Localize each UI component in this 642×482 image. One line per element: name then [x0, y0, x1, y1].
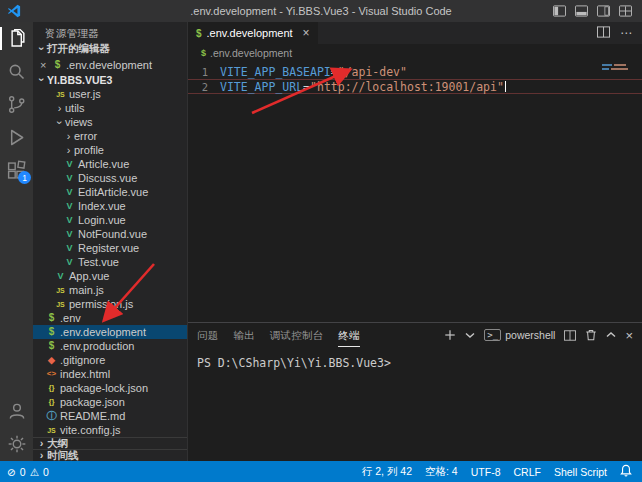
error-count: 0 [20, 466, 26, 478]
panel-tab-bar: 问题输出调试控制台终端 >_ powershell × [188, 323, 642, 347]
file-README.md[interactable]: ⓘREADME.md [33, 409, 187, 423]
file-App.vue[interactable]: VApp.vue [33, 269, 187, 283]
js-file-icon: JS [54, 287, 67, 294]
tab-env-development[interactable]: $ .env.development × [188, 22, 318, 44]
file-label: utils [65, 102, 85, 114]
panel-tab-terminal[interactable]: 终端 [338, 324, 359, 347]
close-icon[interactable]: × [303, 26, 310, 40]
code-line-2[interactable]: 2VITE_APP_URL="http://localhost:19001/ap… [188, 79, 642, 94]
code-editor[interactable]: 1VITE_APP_BASEAPI="/api-dev"2VITE_APP_UR… [188, 62, 642, 94]
folder-profile[interactable]: ›profile [33, 143, 187, 157]
html-file-icon: <> [45, 370, 58, 378]
open-editor-item[interactable]: × $ .env.development [33, 57, 187, 72]
file-label: .env.production [60, 340, 134, 352]
json-file-icon: {} [45, 398, 58, 406]
panel-tab-debug-console[interactable]: 调试控制台 [270, 324, 324, 347]
breadcrumb[interactable]: $ .env.development [188, 44, 642, 62]
file-package.json[interactable]: {}package.json [33, 395, 187, 409]
indentation-status[interactable]: 空格: 4 [425, 465, 458, 479]
vue-file-icon: V [63, 230, 76, 239]
cursor-position-status[interactable]: 行 2, 列 42 [362, 465, 412, 479]
js-file-icon: JS [54, 301, 67, 308]
line-number: 2 [188, 81, 208, 93]
file-Index.vue[interactable]: VIndex.vue [33, 199, 187, 213]
file-user.js[interactable]: JSuser.js [33, 87, 187, 101]
close-panel-icon[interactable]: × [625, 328, 633, 343]
line-number: 1 [188, 66, 208, 78]
file-Article.vue[interactable]: VArticle.vue [33, 157, 187, 171]
json-file-icon: {} [45, 384, 58, 392]
more-actions-icon[interactable]: ⋯ [620, 26, 633, 40]
code-lines: 1VITE_APP_BASEAPI="/api-dev"2VITE_APP_UR… [188, 64, 642, 94]
panel-tab-output[interactable]: 输出 [233, 324, 254, 347]
run-debug-icon[interactable] [0, 121, 33, 154]
file-label: Article.vue [78, 158, 129, 170]
terminal-output[interactable]: PS D:\CSharp\Yi\Yi.BBS.Vue3> [188, 347, 642, 370]
file-label: error [74, 130, 97, 142]
file-label: Index.vue [78, 200, 126, 212]
chevron-right-icon: › [63, 131, 74, 142]
file-permission.js[interactable]: JSpermission.js [33, 297, 187, 311]
layout-sidebar-left-icon[interactable] [553, 5, 566, 17]
split-editor-icon[interactable] [597, 24, 610, 42]
file-label: .gitignore [60, 354, 105, 366]
file-EditArticle.vue[interactable]: VEditArticle.vue [33, 185, 187, 199]
file-index.html[interactable]: <>index.html [33, 367, 187, 381]
file-label: user.js [69, 88, 101, 100]
vue-file-icon: V [63, 188, 76, 197]
file-label: index.html [60, 368, 110, 380]
file-.env.production[interactable]: $.env.production [33, 339, 187, 353]
language-mode-status[interactable]: Shell Script [554, 466, 607, 478]
folder-views[interactable]: ›views [33, 115, 187, 129]
code-line-1[interactable]: 1VITE_APP_BASEAPI="/api-dev" [188, 64, 642, 79]
panel-tab-problems[interactable]: 问题 [197, 324, 218, 347]
maximize-panel-icon[interactable] [606, 331, 616, 339]
file-.env.development[interactable]: $.env.development [33, 325, 187, 339]
encoding-status[interactable]: UTF-8 [471, 466, 501, 478]
account-icon[interactable] [0, 394, 33, 427]
env-file-icon: $ [196, 28, 202, 39]
split-terminal-icon[interactable] [564, 330, 576, 341]
source-control-icon[interactable] [0, 88, 33, 121]
file-vite.config.js[interactable]: JSvite.config.js [33, 423, 187, 437]
file-NotFound.vue[interactable]: VNotFound.vue [33, 227, 187, 241]
problems-status[interactable]: ⊘ 0 ⚠ 0 [7, 466, 49, 478]
layout-sidebar-right-icon[interactable] [597, 5, 610, 17]
terminal-dropdown-chevron-icon[interactable] [465, 331, 475, 339]
powershell-icon: >_ [484, 329, 501, 341]
file-main.js[interactable]: JSmain.js [33, 283, 187, 297]
customize-layout-icon[interactable] [619, 5, 632, 17]
folder-utils[interactable]: ›utils [33, 101, 187, 115]
layout-panel-icon[interactable] [575, 5, 588, 17]
file-Test.vue[interactable]: VTest.vue [33, 255, 187, 269]
folder-error[interactable]: ›error [33, 129, 187, 143]
file-Login.vue[interactable]: VLogin.vue [33, 213, 187, 227]
chevron-right-icon: › [36, 450, 47, 461]
chevron-right-icon: › [54, 103, 65, 114]
warning-count: 0 [43, 466, 49, 478]
activity-bar: 1 [0, 22, 33, 461]
search-icon[interactable] [0, 55, 33, 88]
file-package-lock.json[interactable]: {}package-lock.json [33, 381, 187, 395]
minimap[interactable] [602, 64, 636, 72]
editor-area: $ .env.development × ⋯ $ .env.developmen… [188, 22, 642, 322]
new-terminal-icon[interactable] [444, 329, 456, 341]
outline-section-header[interactable]: › 大纲 [33, 437, 188, 449]
timeline-section-header[interactable]: › 时间线 [33, 449, 188, 461]
notifications-bell-icon[interactable] [620, 464, 632, 479]
timeline-label: 时间线 [47, 449, 79, 462]
close-icon[interactable]: × [40, 59, 51, 71]
eol-status[interactable]: CRLF [513, 466, 540, 478]
shell-selector[interactable]: >_ powershell [484, 329, 555, 341]
env-file-icon: $ [45, 313, 58, 323]
explorer-icon[interactable] [0, 22, 33, 55]
file-.gitignore[interactable]: ◆.gitignore [33, 353, 187, 367]
kill-terminal-trash-icon[interactable] [585, 329, 597, 341]
file-.env[interactable]: $.env [33, 311, 187, 325]
settings-gear-icon[interactable] [0, 427, 33, 460]
file-Register.vue[interactable]: VRegister.vue [33, 241, 187, 255]
project-root-header[interactable]: › YI.BBS.VUE3 [33, 72, 187, 87]
open-editors-header[interactable]: › 打开的编辑器 [33, 40, 187, 57]
extensions-icon[interactable]: 1 [0, 154, 33, 187]
file-Discuss.vue[interactable]: VDiscuss.vue [33, 171, 187, 185]
